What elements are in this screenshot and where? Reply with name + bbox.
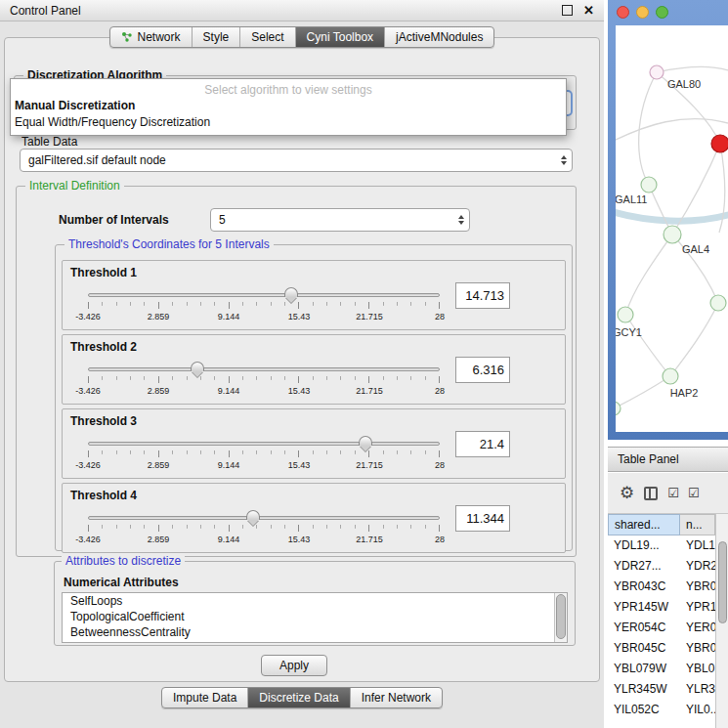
tab-label: Cyni Toolbox [307,30,373,44]
slider-thumb[interactable] [359,436,372,446]
network-node[interactable] [641,177,657,193]
numerical-attributes-list[interactable]: SelfLoops TopologicalCoefficient Between… [62,592,568,643]
column-header-shared[interactable]: shared... [608,514,680,535]
tab-network[interactable]: Network [110,27,192,47]
interval-definition-title: Interval Definition [25,180,124,193]
table-data-combobox[interactable]: galFiltered.sif default node [20,149,573,172]
table-row[interactable]: YPR145W YPR1... [608,597,715,618]
select-all-icon[interactable]: ☑ [667,487,678,499]
node-label: GAL80 [667,78,701,90]
popup-option-equal-width-frequency[interactable]: Equal Width/Frequency Discretization [11,114,566,131]
network-node[interactable] [618,307,633,322]
table-row[interactable]: YBL079W YBL0... [608,659,715,679]
network-node[interactable] [710,295,726,311]
tab-discretize-data[interactable]: Discretize Data [247,688,349,707]
slider-ticks [88,302,440,309]
slider-thumb[interactable] [191,362,204,371]
list-scrollbar[interactable] [554,593,567,642]
control-panel-window: Control Panel ✕ Network [0,0,604,728]
column-header-name[interactable]: n... [680,514,715,535]
network-icon [121,31,133,43]
slider-thumb[interactable] [284,287,298,297]
number-of-intervals-label: Number of Intervals [59,213,169,227]
tab-cyni-toolbox[interactable]: Cyni Toolbox [295,27,384,47]
slider-ticks [88,450,440,457]
network-node[interactable] [663,368,678,384]
attributes-group: Numerical Attributes SelfLoops Topologic… [54,561,576,646]
cell-shared-name: YBR045C [608,638,680,659]
network-canvas[interactable]: GAL80 GAL11 GAL4 GCY1 HAP2 [616,25,728,432]
thresholds-group-title: Threshold's Coordinates for 5 Intervals [64,238,274,251]
float-window-icon[interactable] [562,5,573,16]
desktop: Control Panel ✕ Network [0,0,728,728]
columns-icon[interactable] [644,487,658,500]
threshold-slider[interactable]: -3.426 2.859 9.144 15.43 21.715 28 [88,509,440,550]
network-node[interactable] [650,65,664,79]
table-row[interactable]: YBR045C YBR0... [608,638,715,659]
table-row[interactable]: YBR043C YBR0... [608,577,715,597]
slider-track[interactable] [88,516,440,520]
cell-name: YLR3... [680,679,715,700]
cell-name: YIL0... [680,700,715,720]
table-data-label: Table Data [21,135,77,149]
table-row[interactable]: YDL19... YDL1... [608,535,715,556]
window-buttons: ✕ [562,4,594,17]
network-node[interactable] [664,226,681,243]
list-item[interactable]: SelfLoops [63,593,567,609]
close-icon[interactable]: ✕ [583,4,594,17]
tab-infer-network[interactable]: Infer Network [350,688,442,707]
slider-track[interactable] [88,442,440,446]
cell-name: YBR0... [680,577,715,597]
tab-style[interactable]: Style [192,27,240,47]
mac-zoom-button[interactable] [656,6,668,19]
table-row[interactable]: YER054C YER0... [608,618,715,638]
window-title: Control Panel [10,4,81,18]
network-node-selected[interactable] [711,135,728,152]
threshold-slider[interactable]: -3.426 2.859 9.144 15.43 21.715 28 [88,286,440,327]
threshold-value-field[interactable]: 14.713 [455,282,510,309]
tab-label: jActiveMNodules [396,30,483,44]
table-row[interactable]: YLR345W YLR3... [608,679,715,700]
cell-shared-name: YDR27... [608,556,680,577]
slider-tick-labels: -3.426 2.859 9.144 15.43 21.715 28 [88,386,440,398]
scrollbar-thumb[interactable] [718,541,727,623]
tab-select[interactable]: Select [239,27,294,47]
attributes-group-title: Attributes to discretize [62,555,185,568]
cell-name: YER0... [680,618,715,638]
bottom-tab-row: Impute Data Discretize Data Infer Networ… [0,687,604,708]
list-item[interactable]: TopologicalCoefficient [63,609,567,624]
scrollbar-thumb[interactable] [556,594,566,639]
cell-shared-name: YBR043C [608,577,680,597]
threshold-slider[interactable]: -3.426 2.859 9.144 15.43 21.715 28 [88,435,440,476]
popup-option-manual-discretization[interactable]: Manual Discretization [11,98,566,114]
select-checked-icon[interactable]: ☑ [688,487,699,499]
apply-button[interactable]: Apply [261,655,327,676]
tab-jactivemnodules[interactable]: jActiveMNodules [384,27,493,47]
threshold-value-field[interactable]: 6.316 [455,357,510,383]
threshold-slider[interactable]: -3.426 2.859 9.144 15.43 21.715 28 [88,361,440,402]
mac-close-button[interactable] [617,6,629,19]
tab-impute-data[interactable]: Impute Data [162,688,247,707]
network-node[interactable] [616,402,621,415]
threshold-value-field[interactable]: 21.4 [455,431,510,457]
slider-track[interactable] [88,367,440,371]
slider-thumb[interactable] [246,510,260,520]
threshold-panel: Threshold 2 -3.426 2.859 9.144 15.43 21.… [62,334,566,405]
table-row[interactable]: YIL052C YIL0... [608,700,715,720]
slider-ticks [88,525,440,532]
table-row[interactable]: YDR27... YDR2... [608,556,715,577]
slider-track[interactable] [88,293,440,297]
table-panel-title: Table Panel [618,452,679,466]
number-of-intervals-combobox[interactable]: 5 [210,208,470,232]
list-item[interactable]: BetweennessCentrality [63,624,567,640]
table-scrollbar[interactable] [715,514,728,728]
threshold-value-field[interactable]: 11.344 [455,505,510,532]
mac-minimize-button[interactable] [636,6,649,19]
tab-label: Impute Data [173,691,236,705]
tab-label: Select [251,30,283,44]
cell-name: YBR0... [680,638,715,659]
combo-stepper-icon [561,155,567,165]
cell-name: YBL0... [680,659,715,679]
cell-shared-name: YER054C [608,618,680,638]
gear-icon[interactable]: ⚙ [620,485,634,501]
